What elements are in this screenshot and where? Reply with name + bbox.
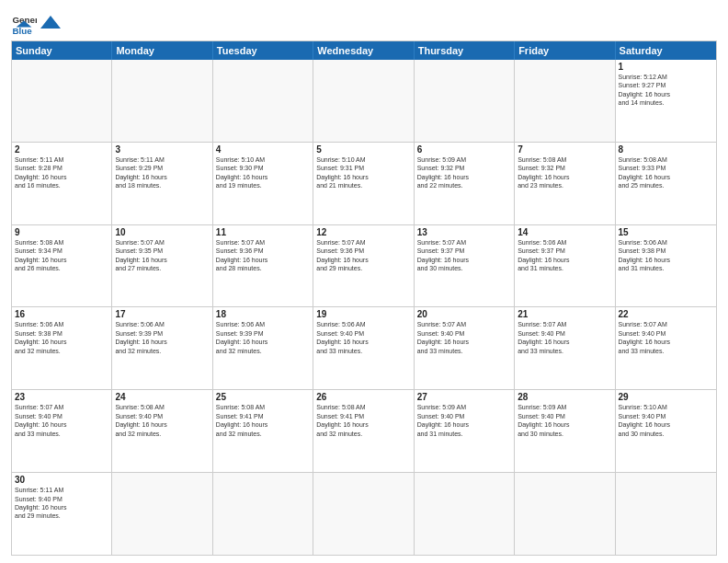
calendar-header-row: SundayMondayTuesdayWednesdayThursdayFrid…	[12, 41, 716, 60]
cal-cell-r0-c3	[313, 60, 414, 142]
cal-cell-r4-c1: 24Sunrise: 5:08 AM Sunset: 9:40 PM Dayli…	[112, 390, 212, 472]
day-info: Sunrise: 5:07 AM Sunset: 9:36 PM Dayligh…	[316, 238, 410, 273]
cal-cell-r2-c2: 11Sunrise: 5:07 AM Sunset: 9:36 PM Dayli…	[213, 225, 313, 307]
svg-text:Blue: Blue	[12, 26, 32, 35]
cal-cell-r3-c5: 21Sunrise: 5:07 AM Sunset: 9:40 PM Dayli…	[515, 307, 615, 389]
cal-cell-r0-c6: 1Sunrise: 5:12 AM Sunset: 9:27 PM Daylig…	[616, 60, 716, 142]
day-number: 11	[216, 227, 310, 237]
cal-cell-r5-c3	[313, 473, 414, 555]
calendar-row-1: 2Sunrise: 5:11 AM Sunset: 9:28 PM Daylig…	[12, 143, 716, 225]
cal-cell-r0-c1	[112, 60, 212, 142]
day-info: Sunrise: 5:12 AM Sunset: 9:27 PM Dayligh…	[619, 73, 713, 108]
cal-cell-r4-c0: 23Sunrise: 5:07 AM Sunset: 9:40 PM Dayli…	[12, 390, 112, 472]
cal-cell-r4-c4: 27Sunrise: 5:09 AM Sunset: 9:40 PM Dayli…	[415, 390, 515, 472]
calendar-row-5: 30Sunrise: 5:11 AM Sunset: 9:40 PM Dayli…	[12, 473, 716, 555]
cal-cell-r3-c6: 22Sunrise: 5:07 AM Sunset: 9:40 PM Dayli…	[616, 307, 716, 389]
day-info: Sunrise: 5:08 AM Sunset: 9:34 PM Dayligh…	[15, 238, 108, 273]
day-number: 27	[417, 392, 511, 402]
day-info: Sunrise: 5:07 AM Sunset: 9:37 PM Dayligh…	[417, 238, 511, 273]
day-info: Sunrise: 5:06 AM Sunset: 9:40 PM Dayligh…	[316, 320, 410, 355]
day-number: 13	[417, 227, 511, 237]
logo-icon: General Blue	[11, 9, 37, 35]
day-number: 19	[316, 309, 410, 319]
day-number: 30	[15, 475, 108, 485]
day-number: 18	[216, 309, 310, 319]
header-cell-saturday: Saturday	[616, 41, 716, 60]
header-cell-wednesday: Wednesday	[313, 41, 414, 60]
cal-cell-r4-c3: 26Sunrise: 5:08 AM Sunset: 9:41 PM Dayli…	[313, 390, 414, 472]
header: General Blue	[11, 9, 717, 35]
header-cell-thursday: Thursday	[415, 41, 515, 60]
day-info: Sunrise: 5:09 AM Sunset: 9:32 PM Dayligh…	[417, 155, 511, 190]
day-number: 16	[15, 309, 108, 319]
cal-cell-r5-c1	[112, 473, 212, 555]
day-number: 3	[115, 144, 209, 155]
logo: General Blue	[11, 9, 63, 35]
day-info: Sunrise: 5:11 AM Sunset: 9:40 PM Dayligh…	[15, 486, 108, 521]
cal-cell-r1-c4: 6Sunrise: 5:09 AM Sunset: 9:32 PM Daylig…	[415, 143, 515, 224]
day-info: Sunrise: 5:07 AM Sunset: 9:36 PM Dayligh…	[216, 238, 310, 273]
day-number: 8	[619, 144, 713, 155]
day-number: 23	[15, 392, 108, 402]
svg-marker-3	[40, 16, 61, 29]
day-info: Sunrise: 5:06 AM Sunset: 9:39 PM Dayligh…	[115, 320, 209, 355]
cal-cell-r1-c2: 4Sunrise: 5:10 AM Sunset: 9:30 PM Daylig…	[213, 143, 313, 224]
cal-cell-r4-c2: 25Sunrise: 5:08 AM Sunset: 9:41 PM Dayli…	[213, 390, 313, 472]
cal-cell-r1-c5: 7Sunrise: 5:08 AM Sunset: 9:32 PM Daylig…	[515, 143, 615, 224]
day-number: 29	[619, 392, 713, 402]
day-number: 1	[619, 62, 713, 72]
day-number: 2	[15, 144, 108, 155]
day-info: Sunrise: 5:10 AM Sunset: 9:30 PM Dayligh…	[216, 155, 310, 190]
day-number: 14	[518, 227, 611, 237]
day-info: Sunrise: 5:06 AM Sunset: 9:37 PM Dayligh…	[518, 238, 611, 273]
header-cell-monday: Monday	[112, 41, 212, 60]
header-cell-friday: Friday	[515, 41, 615, 60]
cal-cell-r5-c5	[515, 473, 615, 555]
cal-cell-r3-c0: 16Sunrise: 5:06 AM Sunset: 9:38 PM Dayli…	[12, 307, 112, 389]
day-info: Sunrise: 5:07 AM Sunset: 9:40 PM Dayligh…	[417, 320, 511, 355]
cal-cell-r5-c2	[213, 473, 313, 555]
day-info: Sunrise: 5:08 AM Sunset: 9:33 PM Dayligh…	[619, 155, 713, 190]
day-number: 5	[316, 144, 410, 155]
cal-cell-r1-c3: 5Sunrise: 5:10 AM Sunset: 9:31 PM Daylig…	[313, 143, 414, 224]
day-number: 25	[216, 392, 310, 402]
calendar-row-2: 9Sunrise: 5:08 AM Sunset: 9:34 PM Daylig…	[12, 225, 716, 308]
day-info: Sunrise: 5:06 AM Sunset: 9:38 PM Dayligh…	[15, 320, 108, 355]
header-cell-sunday: Sunday	[12, 41, 112, 60]
cal-cell-r2-c0: 9Sunrise: 5:08 AM Sunset: 9:34 PM Daylig…	[12, 225, 112, 307]
day-info: Sunrise: 5:09 AM Sunset: 9:40 PM Dayligh…	[417, 403, 511, 438]
calendar-row-3: 16Sunrise: 5:06 AM Sunset: 9:38 PM Dayli…	[12, 307, 716, 390]
calendar: SundayMondayTuesdayWednesdayThursdayFrid…	[11, 40, 717, 556]
cal-cell-r2-c5: 14Sunrise: 5:06 AM Sunset: 9:37 PM Dayli…	[515, 225, 615, 307]
calendar-body: 1Sunrise: 5:12 AM Sunset: 9:27 PM Daylig…	[12, 60, 716, 555]
cal-cell-r5-c6	[616, 473, 716, 555]
cal-cell-r3-c4: 20Sunrise: 5:07 AM Sunset: 9:40 PM Dayli…	[415, 307, 515, 389]
day-number: 21	[518, 309, 611, 319]
day-info: Sunrise: 5:09 AM Sunset: 9:40 PM Dayligh…	[518, 403, 611, 438]
day-number: 24	[115, 392, 209, 402]
day-number: 15	[619, 227, 713, 237]
cal-cell-r0-c0	[12, 60, 112, 142]
day-info: Sunrise: 5:06 AM Sunset: 9:39 PM Dayligh…	[216, 320, 310, 355]
cal-cell-r1-c1: 3Sunrise: 5:11 AM Sunset: 9:29 PM Daylig…	[112, 143, 212, 224]
day-info: Sunrise: 5:10 AM Sunset: 9:31 PM Dayligh…	[316, 155, 410, 190]
page: General Blue SundayMondayTuesdayWednesda…	[0, 0, 728, 563]
day-number: 4	[216, 144, 310, 155]
cal-cell-r5-c4	[415, 473, 515, 555]
cal-cell-r2-c4: 13Sunrise: 5:07 AM Sunset: 9:37 PM Dayli…	[415, 225, 515, 307]
calendar-row-4: 23Sunrise: 5:07 AM Sunset: 9:40 PM Dayli…	[12, 390, 716, 473]
cal-cell-r1-c0: 2Sunrise: 5:11 AM Sunset: 9:28 PM Daylig…	[12, 143, 112, 224]
day-info: Sunrise: 5:08 AM Sunset: 9:32 PM Dayligh…	[518, 155, 611, 190]
day-number: 9	[15, 227, 108, 237]
day-info: Sunrise: 5:07 AM Sunset: 9:40 PM Dayligh…	[619, 320, 713, 355]
day-number: 17	[115, 309, 209, 319]
day-number: 12	[316, 227, 410, 237]
cal-cell-r2-c6: 15Sunrise: 5:06 AM Sunset: 9:38 PM Dayli…	[616, 225, 716, 307]
day-number: 20	[417, 309, 511, 319]
cal-cell-r3-c2: 18Sunrise: 5:06 AM Sunset: 9:39 PM Dayli…	[213, 307, 313, 389]
day-info: Sunrise: 5:10 AM Sunset: 9:40 PM Dayligh…	[619, 403, 713, 438]
cal-cell-r0-c2	[213, 60, 313, 142]
day-info: Sunrise: 5:07 AM Sunset: 9:40 PM Dayligh…	[15, 403, 108, 438]
cal-cell-r2-c3: 12Sunrise: 5:07 AM Sunset: 9:36 PM Dayli…	[313, 225, 414, 307]
day-info: Sunrise: 5:08 AM Sunset: 9:40 PM Dayligh…	[115, 403, 209, 438]
